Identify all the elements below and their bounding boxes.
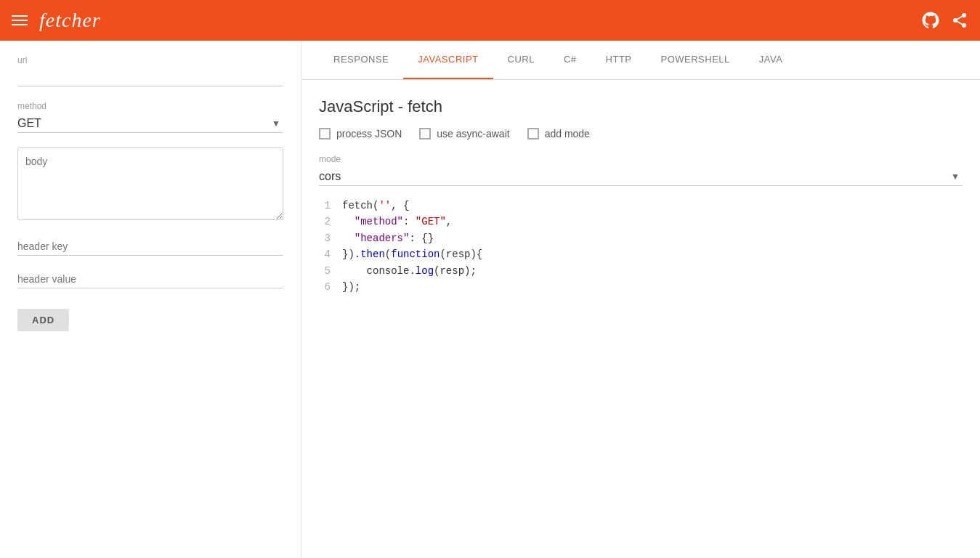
url-input[interactable] (17, 68, 283, 86)
tab-java[interactable]: JAVA (745, 41, 798, 79)
tab-javascript[interactable]: JAVASCRIPT (403, 41, 493, 79)
code-line-1: 1 fetch('', { (319, 198, 963, 214)
code-line-5: 5 console.log(resp); (319, 263, 963, 279)
left-panel: url method GET POST PUT DELETE PATCH HEA… (0, 41, 301, 558)
content-area: JavaScript - fetch process JSON use asyn… (301, 80, 980, 558)
svg-point-2 (962, 23, 966, 28)
right-panel: RESPONSE JAVASCRIPT CURL C# HTTP POWERSH… (301, 41, 980, 558)
code-text-2: "method": "GET", (342, 214, 452, 230)
header-key-field-group (17, 238, 283, 256)
tab-curl[interactable]: CURL (493, 41, 549, 79)
code-text-6: }); (342, 279, 360, 295)
add-mode-option: add mode (527, 128, 590, 140)
process-json-label[interactable]: process JSON (336, 128, 402, 140)
tab-response[interactable]: RESPONSE (319, 41, 403, 79)
github-icon[interactable] (922, 12, 939, 29)
header-value-input[interactable] (17, 270, 283, 288)
svg-point-0 (962, 13, 966, 17)
line-num-1: 1 (319, 198, 331, 214)
mode-label: mode (319, 154, 963, 164)
share-icon[interactable] (951, 12, 968, 29)
body-field-group (17, 147, 283, 223)
async-await-option: use async-await (419, 128, 509, 140)
header-right (922, 12, 968, 29)
svg-line-4 (957, 17, 963, 20)
tab-powershell[interactable]: POWERSHELL (647, 41, 745, 79)
method-label: method (17, 101, 283, 111)
line-num-5: 5 (319, 263, 331, 279)
url-label: url (17, 55, 283, 65)
code-block: 1 fetch('', { 2 "method": "GET", 3 "head… (319, 198, 963, 295)
line-num-3: 3 (319, 230, 331, 246)
mode-section: mode cors no-cors same-origin ▼ (319, 154, 963, 186)
tab-csharp[interactable]: C# (549, 41, 591, 79)
options-row: process JSON use async-await add mode (319, 128, 963, 140)
app-logo: fetcher (39, 9, 101, 32)
process-json-option: process JSON (319, 128, 402, 140)
method-select-wrapper: GET POST PUT DELETE PATCH HEAD OPTIONS ▼ (17, 114, 283, 133)
line-num-4: 4 (319, 246, 331, 262)
url-field-group: url (17, 55, 283, 86)
async-await-checkbox[interactable] (419, 128, 431, 140)
svg-line-3 (957, 22, 963, 25)
header-key-input[interactable] (17, 238, 283, 256)
add-mode-checkbox[interactable] (527, 128, 539, 140)
method-select[interactable]: GET POST PUT DELETE PATCH HEAD OPTIONS (17, 114, 283, 133)
process-json-checkbox[interactable] (319, 128, 331, 140)
mode-select[interactable]: cors no-cors same-origin (319, 167, 963, 186)
body-textarea[interactable] (17, 147, 283, 220)
add-mode-label[interactable]: add mode (545, 128, 590, 140)
tab-http[interactable]: HTTP (591, 41, 647, 79)
line-num-6: 6 (319, 279, 331, 295)
code-line-2: 2 "method": "GET", (319, 214, 963, 230)
svg-point-1 (953, 18, 957, 23)
async-await-label[interactable]: use async-await (437, 128, 509, 140)
code-line-3: 3 "headers": {} (319, 230, 963, 246)
code-text-1: fetch('', { (342, 198, 409, 214)
app-header: fetcher (0, 0, 980, 41)
code-text-4: }).then(function(resp){ (342, 246, 482, 262)
tabs-bar: RESPONSE JAVASCRIPT CURL C# HTTP POWERSH… (301, 41, 980, 80)
code-text-5: console.log(resp); (342, 263, 477, 279)
content-title: JavaScript - fetch (319, 97, 963, 116)
code-line-4: 4 }).then(function(resp){ (319, 246, 963, 262)
code-text-3: "headers": {} (342, 230, 434, 246)
main-layout: url method GET POST PUT DELETE PATCH HEA… (0, 41, 980, 558)
line-num-2: 2 (319, 214, 331, 230)
add-header-button[interactable]: ADD (17, 309, 69, 331)
header-value-field-group (17, 270, 283, 288)
method-field-group: method GET POST PUT DELETE PATCH HEAD OP… (17, 101, 283, 133)
mode-select-wrapper: cors no-cors same-origin ▼ (319, 167, 963, 186)
code-line-6: 6 }); (319, 279, 963, 295)
hamburger-menu-button[interactable] (12, 15, 28, 25)
header-left: fetcher (12, 9, 101, 32)
